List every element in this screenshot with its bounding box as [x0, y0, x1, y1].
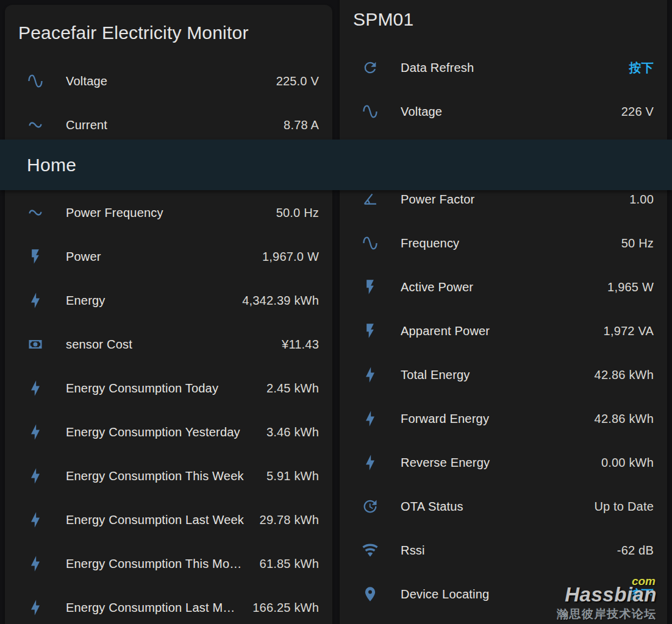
entity-label: Forward Energy	[401, 412, 587, 426]
entities-card-peacefair: Peacefair Electricity Monitor Voltage225…	[5, 5, 332, 624]
entity-value: -62 dB	[617, 544, 654, 558]
lightning-bolt-icon	[27, 380, 44, 397]
entity-row[interactable]: Device Locating按下	[340, 572, 667, 616]
lightning-bolt-icon	[27, 555, 44, 572]
entity-value: 8.78 A	[284, 118, 319, 132]
entity-value: 166.25 kWh	[252, 601, 319, 615]
entity-label: Frequency	[401, 236, 614, 250]
entity-value: 1.00	[629, 193, 654, 207]
entity-label: Active Power	[401, 280, 600, 294]
entity-row[interactable]: Energy Consumption This Mo…61.85 kWh	[5, 542, 332, 586]
entity-row[interactable]: Voltage226 V	[340, 90, 667, 133]
lightning-bolt-icon	[27, 424, 44, 441]
view-title-home[interactable]: Home	[27, 155, 76, 176]
flash-icon	[362, 322, 379, 339]
entity-value: 0.00 kWh	[601, 456, 654, 470]
entity-row[interactable]: Energy Consumption This Week5.91 kWh	[5, 454, 332, 498]
flash-icon	[362, 278, 379, 296]
entity-row[interactable]: Forward Energy42.86 kWh	[340, 397, 667, 441]
lightning-bolt-icon	[27, 511, 44, 528]
view-header-band: Home	[0, 140, 672, 190]
entity-rows: Data Refresh按下Voltage226 VPower Factor1.…	[340, 46, 667, 616]
entity-value: 29.78 kWh	[260, 513, 319, 527]
entity-row[interactable]: OTA StatusUp to Date	[340, 484, 667, 528]
entity-value: 42.86 kWh	[595, 412, 654, 426]
sine-wave-icon	[27, 73, 44, 90]
entity-value: 226 V	[621, 105, 654, 119]
entity-row[interactable]: Power Frequency50.0 Hz	[5, 191, 332, 235]
entity-value: 1,967.0 W	[262, 250, 319, 264]
current-ac-icon	[27, 204, 44, 221]
entity-action-value[interactable]: 按下	[629, 586, 654, 603]
entity-label: Power	[66, 250, 255, 264]
entity-row[interactable]: Frequency50 Hz	[340, 221, 667, 265]
entity-row[interactable]: Data Refresh按下	[340, 46, 667, 90]
entity-row[interactable]: Reverse Energy0.00 kWh	[340, 441, 667, 484]
entity-row[interactable]: Active Power1,965 W	[340, 265, 667, 309]
entity-value: 5.91 kWh	[266, 469, 319, 483]
lightning-bolt-icon	[362, 366, 379, 383]
entity-label: Voltage	[401, 105, 614, 119]
entity-label: Energy Consumption Last M…	[66, 601, 245, 615]
entity-row[interactable]: Apparent Power1,972 VA	[340, 309, 667, 353]
refresh-icon	[362, 59, 379, 76]
entity-value: 1,965 W	[607, 280, 654, 294]
entity-value: 4,342.39 kWh	[242, 294, 319, 308]
entity-label: sensor Cost	[66, 338, 274, 352]
entity-action-value[interactable]: 按下	[629, 60, 654, 76]
entity-label: Energy Consumption This Mo…	[66, 557, 252, 571]
map-marker-icon	[362, 586, 379, 603]
entity-value: 1,972 VA	[604, 324, 654, 338]
entity-row[interactable]: Total Energy42.86 kWh	[340, 353, 667, 397]
entity-label: Voltage	[66, 74, 269, 88]
flash-icon	[27, 248, 44, 265]
entity-value: 50 Hz	[621, 236, 654, 250]
entity-label: Total Energy	[401, 368, 587, 382]
entity-label: Power Frequency	[66, 206, 269, 220]
card-title: SPM01	[340, 0, 667, 32]
entity-label: Apparent Power	[401, 324, 596, 338]
entity-row[interactable]: Energy4,342.39 kWh	[5, 278, 332, 322]
entity-value: 50.0 Hz	[276, 206, 319, 220]
entity-label: OTA Status	[401, 500, 587, 514]
entity-label: Reverse Energy	[401, 456, 594, 470]
card-title: Peacefair Electricity Monitor	[5, 5, 332, 45]
entity-value: ¥11.43	[282, 338, 319, 352]
entity-row[interactable]: sensor Cost¥11.43	[5, 322, 332, 366]
entity-label: Energy	[66, 294, 235, 308]
entity-label: Energy Consumption Yesterday	[66, 425, 259, 439]
entity-label: Rssi	[401, 544, 610, 558]
entity-label: Device Locating	[401, 587, 622, 601]
sine-wave-icon	[362, 103, 379, 120]
entity-row[interactable]: Energy Consumption Yesterday3.46 kWh	[5, 410, 332, 454]
lightning-bolt-icon	[362, 454, 379, 471]
lightning-bolt-icon	[27, 467, 44, 484]
entity-label: Power Factor	[401, 193, 622, 207]
entity-value: 42.86 kWh	[595, 368, 654, 382]
sine-wave-icon	[362, 235, 379, 252]
entity-label: Current	[66, 118, 276, 132]
entity-row[interactable]: Rssi-62 dB	[340, 528, 667, 572]
entity-label: Energy Consumption This Week	[66, 469, 259, 483]
entity-value: 2.45 kWh	[266, 381, 319, 395]
entity-row[interactable]: Energy Consumption Last M…166.25 kWh	[5, 586, 332, 624]
entity-value: 61.85 kWh	[260, 557, 319, 571]
entity-value: Up to Date	[594, 500, 654, 514]
wifi-icon	[362, 542, 379, 559]
entity-row[interactable]: Power1,967.0 W	[5, 235, 332, 278]
lightning-bolt-icon	[362, 410, 379, 427]
entity-row[interactable]: Energy Consumption Last Week29.78 kWh	[5, 498, 332, 542]
lightning-bolt-icon	[27, 599, 44, 616]
entity-row[interactable]: Energy Consumption Today2.45 kWh	[5, 366, 332, 410]
entity-label: Energy Consumption Last Week	[66, 513, 252, 527]
entity-row[interactable]: Voltage225.0 V	[5, 59, 332, 103]
angle-acute-icon	[362, 191, 379, 208]
current-ac-icon	[27, 116, 44, 133]
update-icon	[362, 498, 379, 515]
entity-label: Energy Consumption Today	[66, 381, 259, 395]
entity-value: 225.0 V	[276, 74, 319, 88]
cash-icon	[27, 336, 44, 353]
entity-value: 3.46 kWh	[266, 425, 319, 439]
entity-label: Data Refresh	[401, 61, 622, 75]
entities-card-spm01: SPM01 Data Refresh按下Voltage226 VPower Fa…	[340, 0, 667, 624]
